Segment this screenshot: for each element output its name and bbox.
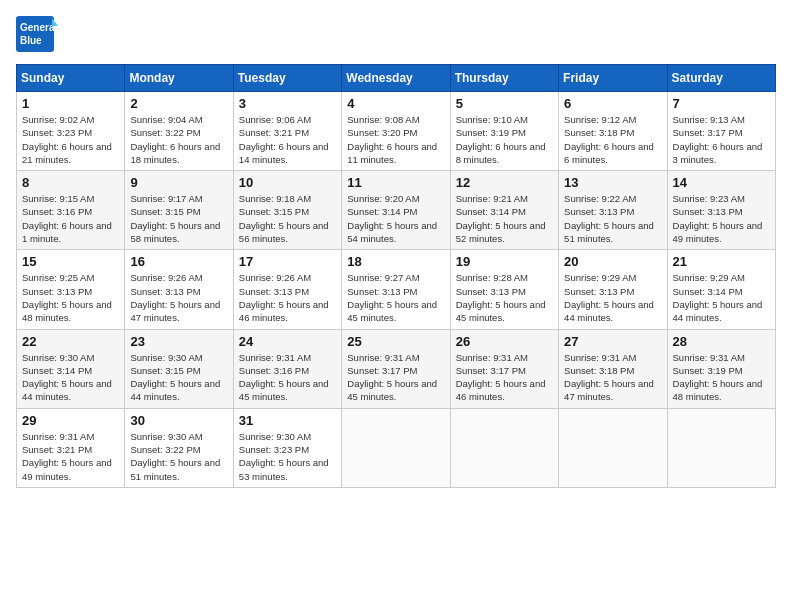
- day-number: 16: [130, 254, 227, 269]
- calendar-cell: [342, 408, 450, 487]
- day-info: Sunrise: 9:23 AMSunset: 3:13 PMDaylight:…: [673, 192, 770, 245]
- day-number: 19: [456, 254, 553, 269]
- day-info: Sunrise: 9:18 AMSunset: 3:15 PMDaylight:…: [239, 192, 336, 245]
- day-number: 27: [564, 334, 661, 349]
- calendar-cell: 18Sunrise: 9:27 AMSunset: 3:13 PMDayligh…: [342, 250, 450, 329]
- day-info: Sunrise: 9:22 AMSunset: 3:13 PMDaylight:…: [564, 192, 661, 245]
- day-info: Sunrise: 9:12 AMSunset: 3:18 PMDaylight:…: [564, 113, 661, 166]
- day-number: 17: [239, 254, 336, 269]
- day-number: 6: [564, 96, 661, 111]
- day-number: 22: [22, 334, 119, 349]
- column-header-thursday: Thursday: [450, 65, 558, 92]
- day-number: 26: [456, 334, 553, 349]
- day-info: Sunrise: 9:10 AMSunset: 3:19 PMDaylight:…: [456, 113, 553, 166]
- day-info: Sunrise: 9:04 AMSunset: 3:22 PMDaylight:…: [130, 113, 227, 166]
- logo: General Blue: [16, 16, 58, 52]
- day-number: 1: [22, 96, 119, 111]
- day-info: Sunrise: 9:13 AMSunset: 3:17 PMDaylight:…: [673, 113, 770, 166]
- calendar-cell: 2Sunrise: 9:04 AMSunset: 3:22 PMDaylight…: [125, 92, 233, 171]
- svg-text:Blue: Blue: [20, 35, 42, 46]
- calendar-cell: 28Sunrise: 9:31 AMSunset: 3:19 PMDayligh…: [667, 329, 775, 408]
- calendar-cell: 3Sunrise: 9:06 AMSunset: 3:21 PMDaylight…: [233, 92, 341, 171]
- day-number: 30: [130, 413, 227, 428]
- calendar-cell: 29Sunrise: 9:31 AMSunset: 3:21 PMDayligh…: [17, 408, 125, 487]
- page-header: General Blue: [16, 16, 776, 52]
- day-number: 25: [347, 334, 444, 349]
- calendar-cell: 24Sunrise: 9:31 AMSunset: 3:16 PMDayligh…: [233, 329, 341, 408]
- day-number: 28: [673, 334, 770, 349]
- calendar-cell: 8Sunrise: 9:15 AMSunset: 3:16 PMDaylight…: [17, 171, 125, 250]
- calendar-week-row: 15Sunrise: 9:25 AMSunset: 3:13 PMDayligh…: [17, 250, 776, 329]
- calendar-cell: 31Sunrise: 9:30 AMSunset: 3:23 PMDayligh…: [233, 408, 341, 487]
- day-number: 2: [130, 96, 227, 111]
- day-info: Sunrise: 9:31 AMSunset: 3:17 PMDaylight:…: [456, 351, 553, 404]
- calendar-cell: 22Sunrise: 9:30 AMSunset: 3:14 PMDayligh…: [17, 329, 125, 408]
- day-number: 11: [347, 175, 444, 190]
- day-number: 10: [239, 175, 336, 190]
- day-number: 24: [239, 334, 336, 349]
- day-info: Sunrise: 9:31 AMSunset: 3:16 PMDaylight:…: [239, 351, 336, 404]
- calendar-cell: [450, 408, 558, 487]
- calendar-cell: 13Sunrise: 9:22 AMSunset: 3:13 PMDayligh…: [559, 171, 667, 250]
- calendar-cell: 16Sunrise: 9:26 AMSunset: 3:13 PMDayligh…: [125, 250, 233, 329]
- calendar-cell: 17Sunrise: 9:26 AMSunset: 3:13 PMDayligh…: [233, 250, 341, 329]
- day-info: Sunrise: 9:31 AMSunset: 3:17 PMDaylight:…: [347, 351, 444, 404]
- day-info: Sunrise: 9:31 AMSunset: 3:21 PMDaylight:…: [22, 430, 119, 483]
- calendar-cell: 1Sunrise: 9:02 AMSunset: 3:23 PMDaylight…: [17, 92, 125, 171]
- calendar-cell: 11Sunrise: 9:20 AMSunset: 3:14 PMDayligh…: [342, 171, 450, 250]
- day-info: Sunrise: 9:17 AMSunset: 3:15 PMDaylight:…: [130, 192, 227, 245]
- day-info: Sunrise: 9:15 AMSunset: 3:16 PMDaylight:…: [22, 192, 119, 245]
- calendar-cell: 6Sunrise: 9:12 AMSunset: 3:18 PMDaylight…: [559, 92, 667, 171]
- day-number: 3: [239, 96, 336, 111]
- day-info: Sunrise: 9:30 AMSunset: 3:14 PMDaylight:…: [22, 351, 119, 404]
- day-number: 21: [673, 254, 770, 269]
- calendar-cell: 26Sunrise: 9:31 AMSunset: 3:17 PMDayligh…: [450, 329, 558, 408]
- column-header-wednesday: Wednesday: [342, 65, 450, 92]
- column-header-friday: Friday: [559, 65, 667, 92]
- day-info: Sunrise: 9:26 AMSunset: 3:13 PMDaylight:…: [239, 271, 336, 324]
- logo-icon: General Blue: [16, 16, 58, 52]
- calendar-week-row: 22Sunrise: 9:30 AMSunset: 3:14 PMDayligh…: [17, 329, 776, 408]
- calendar-week-row: 1Sunrise: 9:02 AMSunset: 3:23 PMDaylight…: [17, 92, 776, 171]
- day-number: 15: [22, 254, 119, 269]
- calendar-cell: 25Sunrise: 9:31 AMSunset: 3:17 PMDayligh…: [342, 329, 450, 408]
- column-header-monday: Monday: [125, 65, 233, 92]
- calendar-cell: 30Sunrise: 9:30 AMSunset: 3:22 PMDayligh…: [125, 408, 233, 487]
- day-number: 14: [673, 175, 770, 190]
- day-info: Sunrise: 9:31 AMSunset: 3:18 PMDaylight:…: [564, 351, 661, 404]
- calendar-cell: [559, 408, 667, 487]
- calendar-header-row: SundayMondayTuesdayWednesdayThursdayFrid…: [17, 65, 776, 92]
- day-info: Sunrise: 9:20 AMSunset: 3:14 PMDaylight:…: [347, 192, 444, 245]
- day-number: 31: [239, 413, 336, 428]
- day-info: Sunrise: 9:30 AMSunset: 3:23 PMDaylight:…: [239, 430, 336, 483]
- svg-text:General: General: [20, 22, 57, 33]
- day-info: Sunrise: 9:08 AMSunset: 3:20 PMDaylight:…: [347, 113, 444, 166]
- day-info: Sunrise: 9:29 AMSunset: 3:13 PMDaylight:…: [564, 271, 661, 324]
- day-number: 8: [22, 175, 119, 190]
- calendar-cell: 27Sunrise: 9:31 AMSunset: 3:18 PMDayligh…: [559, 329, 667, 408]
- day-info: Sunrise: 9:27 AMSunset: 3:13 PMDaylight:…: [347, 271, 444, 324]
- column-header-tuesday: Tuesday: [233, 65, 341, 92]
- day-info: Sunrise: 9:21 AMSunset: 3:14 PMDaylight:…: [456, 192, 553, 245]
- day-info: Sunrise: 9:30 AMSunset: 3:22 PMDaylight:…: [130, 430, 227, 483]
- day-info: Sunrise: 9:31 AMSunset: 3:19 PMDaylight:…: [673, 351, 770, 404]
- calendar-cell: 19Sunrise: 9:28 AMSunset: 3:13 PMDayligh…: [450, 250, 558, 329]
- day-info: Sunrise: 9:29 AMSunset: 3:14 PMDaylight:…: [673, 271, 770, 324]
- calendar-cell: 15Sunrise: 9:25 AMSunset: 3:13 PMDayligh…: [17, 250, 125, 329]
- column-header-saturday: Saturday: [667, 65, 775, 92]
- calendar-week-row: 8Sunrise: 9:15 AMSunset: 3:16 PMDaylight…: [17, 171, 776, 250]
- calendar-cell: 14Sunrise: 9:23 AMSunset: 3:13 PMDayligh…: [667, 171, 775, 250]
- day-info: Sunrise: 9:30 AMSunset: 3:15 PMDaylight:…: [130, 351, 227, 404]
- day-info: Sunrise: 9:02 AMSunset: 3:23 PMDaylight:…: [22, 113, 119, 166]
- calendar-cell: 10Sunrise: 9:18 AMSunset: 3:15 PMDayligh…: [233, 171, 341, 250]
- calendar-cell: 4Sunrise: 9:08 AMSunset: 3:20 PMDaylight…: [342, 92, 450, 171]
- day-number: 18: [347, 254, 444, 269]
- day-number: 23: [130, 334, 227, 349]
- day-info: Sunrise: 9:25 AMSunset: 3:13 PMDaylight:…: [22, 271, 119, 324]
- calendar-cell: 7Sunrise: 9:13 AMSunset: 3:17 PMDaylight…: [667, 92, 775, 171]
- day-number: 13: [564, 175, 661, 190]
- calendar-cell: [667, 408, 775, 487]
- day-number: 7: [673, 96, 770, 111]
- calendar-cell: 23Sunrise: 9:30 AMSunset: 3:15 PMDayligh…: [125, 329, 233, 408]
- day-number: 12: [456, 175, 553, 190]
